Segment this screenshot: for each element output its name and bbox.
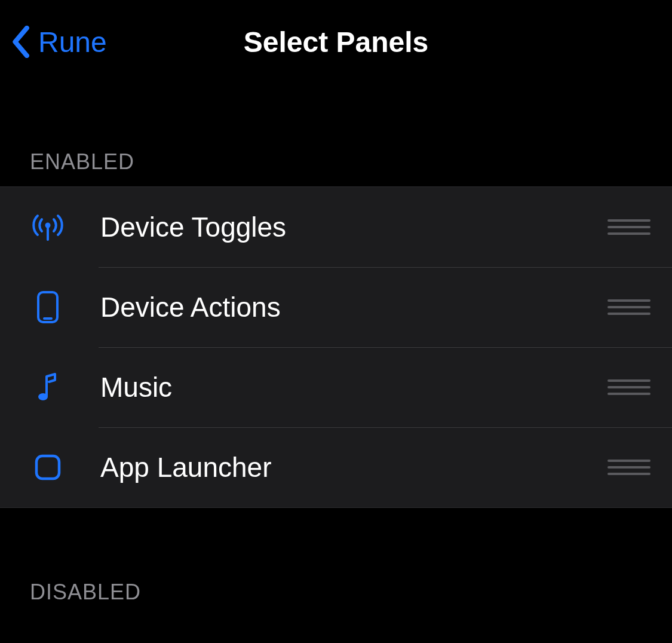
svg-point-10 bbox=[38, 393, 48, 400]
svg-rect-14 bbox=[36, 456, 59, 479]
music-icon bbox=[30, 372, 66, 403]
panel-row-music[interactable]: Music bbox=[0, 347, 672, 427]
panel-row-device-actions[interactable]: Device Actions bbox=[0, 267, 672, 347]
section-header-enabled: Enabled bbox=[0, 84, 672, 186]
back-button[interactable]: Rune bbox=[12, 0, 107, 84]
phone-icon bbox=[30, 290, 66, 324]
drag-handle-icon[interactable] bbox=[607, 219, 650, 235]
drag-handle-icon[interactable] bbox=[607, 379, 650, 396]
panel-row-device-toggles[interactable]: Device Toggles bbox=[0, 187, 672, 267]
enabled-group: Device Toggles Device Actions bbox=[0, 186, 672, 508]
panel-label: App Launcher bbox=[100, 451, 607, 483]
panel-label: Music bbox=[100, 371, 607, 403]
back-label: Rune bbox=[38, 26, 107, 59]
section-header-disabled: Disabled bbox=[0, 508, 672, 629]
drag-handle-icon[interactable] bbox=[607, 459, 650, 476]
navigation-bar: Rune Select Panels bbox=[0, 0, 672, 84]
panel-row-app-launcher[interactable]: App Launcher bbox=[0, 427, 672, 507]
broadcast-icon bbox=[30, 212, 66, 242]
square-icon bbox=[30, 454, 66, 481]
drag-handle-icon[interactable] bbox=[607, 299, 650, 316]
panel-label: Device Actions bbox=[100, 291, 607, 323]
chevron-left-icon bbox=[12, 26, 31, 58]
page-title: Select Panels bbox=[244, 26, 429, 59]
panel-label: Device Toggles bbox=[100, 211, 607, 243]
